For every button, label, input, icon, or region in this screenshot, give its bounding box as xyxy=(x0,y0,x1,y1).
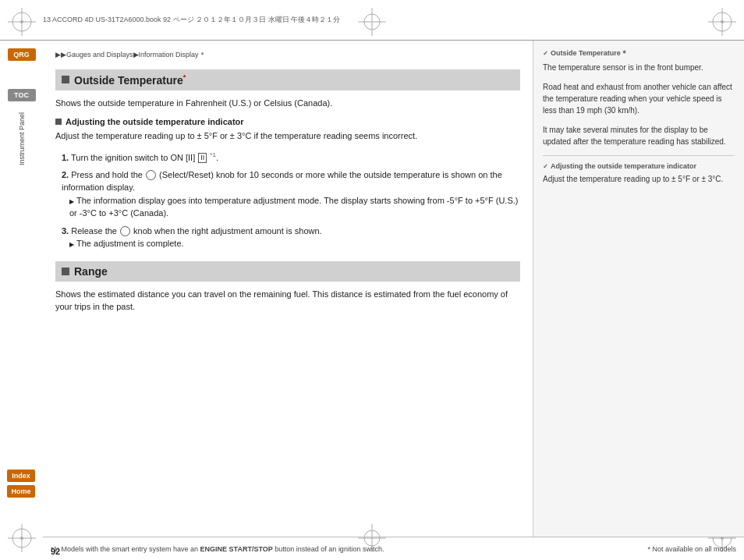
range-title: Range xyxy=(74,265,108,278)
sidebar-btn-index[interactable]: Index xyxy=(7,470,35,482)
sidebar-btn-qrg[interactable]: QRG xyxy=(8,48,36,61)
file-info: 13 ACCORD 4D US-31T2A6000.book 92 ページ ２０… xyxy=(43,15,340,25)
range-section: Range Shows the estimated distance you c… xyxy=(55,261,520,314)
sidebar-btn-toc[interactable]: TOC xyxy=(8,89,36,101)
breadcrumb: ▶▶Gauges and Displays▶Information Displa… xyxy=(55,50,520,60)
note1-body3: It may take several minutes for the disp… xyxy=(543,124,735,147)
note-divider xyxy=(543,155,735,156)
range-body: Shows the estimated distance you can tra… xyxy=(55,288,520,314)
main-content: ▶▶Gauges and Displays▶Information Displa… xyxy=(43,41,744,537)
page-number: 92 xyxy=(51,547,60,556)
sidebar-vertical-text: Instrument Panel xyxy=(18,112,26,165)
sidebar-btn-home[interactable]: Home xyxy=(7,485,35,498)
subsection-icon xyxy=(55,119,62,125)
left-sidebar: QRG TOC Instrument Panel Index Home xyxy=(0,41,43,537)
note2-body: Adjust the temperature reading up to ± 5… xyxy=(543,173,735,185)
range-header: Range xyxy=(55,261,520,282)
step-2-sub1: The information display goes into temper… xyxy=(69,194,520,220)
range-icon xyxy=(62,268,69,275)
outside-temp-header: Outside Temperature* xyxy=(55,69,520,90)
right-panel: Outside Temperature＊ The temperature sen… xyxy=(533,41,744,537)
svg-point-11 xyxy=(20,537,23,540)
section-icon xyxy=(62,76,69,83)
bottom-footnote: *1: Models with the smart entry system h… xyxy=(51,545,384,553)
note1-body2: Road heat and exhaust from another vehic… xyxy=(543,81,735,116)
knob-icon xyxy=(146,170,156,180)
bottom-not-available: * Not available on all models xyxy=(647,545,736,553)
note1-body1: The temperature sensor is in the front b… xyxy=(543,62,735,73)
step-2: 2. Press and hold the (Select/Reset) kno… xyxy=(62,168,520,220)
left-panel: ▶▶Gauges and Displays▶Information Displa… xyxy=(43,41,533,537)
subsection-title: Adjusting the outside temperature indica… xyxy=(55,117,520,126)
outside-temp-intro: Shows the outside temperature in Fahrenh… xyxy=(55,97,520,110)
step-list: 1. Turn the ignition switch to ON [II] I… xyxy=(62,151,520,250)
step-3: 3. Release the knob when the right adjus… xyxy=(62,225,520,250)
knob-icon-2 xyxy=(120,226,130,236)
outside-temp-title: Outside Temperature* xyxy=(74,73,186,87)
top-bar: 13 ACCORD 4D US-31T2A6000.book 92 ページ ２０… xyxy=(0,0,744,41)
step-1: 1. Turn the ignition switch to ON [II] I… xyxy=(62,151,520,164)
bottom-bar: *1: Models with the smart entry system h… xyxy=(43,537,744,560)
ignition-icon: II xyxy=(198,153,207,163)
step-3-sub1: The adjustment is complete. xyxy=(69,237,520,250)
subsection-body: Adjust the temperature reading up to ± 5… xyxy=(55,129,520,143)
note2-header: Adjusting the outside temperature indica… xyxy=(543,162,735,170)
note1-header: Outside Temperature＊ xyxy=(543,48,735,58)
